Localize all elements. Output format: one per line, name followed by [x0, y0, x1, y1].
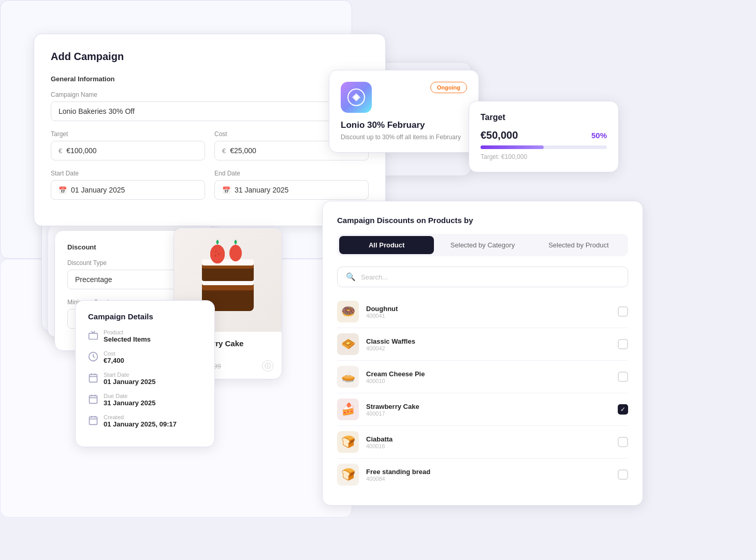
box-icon — [88, 330, 98, 341]
svg-point-21 — [210, 245, 225, 263]
product-info-button[interactable]: ⓘ — [262, 360, 273, 372]
product-tabs: All Product Selected by Category Selecte… — [337, 234, 628, 256]
tab-all-product[interactable]: All Product — [339, 236, 434, 254]
euro-icon-target: € — [59, 147, 62, 155]
product-list-info: Doughnut400041 — [366, 305, 610, 319]
created-icon — [88, 415, 98, 425]
list-item: 🍞Free standing bread400084 — [337, 459, 628, 491]
target-percentage: 50% — [591, 131, 607, 140]
product-list: 🍩Doughnut400041🧇Classic Waffles400042🥧Cr… — [337, 296, 628, 491]
start-date-label: Start Date — [51, 170, 205, 177]
product-list-info: Free standing bread400084 — [366, 468, 610, 482]
promo-card: Ongoing Lonio 30% February Discount up t… — [329, 70, 479, 153]
list-item: 🍩Doughnut400041 — [337, 296, 628, 328]
product-checkbox[interactable] — [618, 469, 628, 480]
search-icon: 🔍 — [346, 272, 356, 282]
product-list-id: 400041 — [366, 313, 610, 319]
promo-top: Ongoing — [341, 82, 467, 113]
detail-due-key: Due Date — [104, 393, 155, 399]
detail-cost-key: Cost — [104, 350, 124, 357]
product-list-name: Ciabatta — [366, 435, 610, 443]
product-checkbox[interactable]: ✓ — [618, 404, 628, 415]
product-search-box[interactable]: 🔍 Search... — [337, 267, 628, 287]
svg-point-25 — [215, 255, 216, 257]
target-value: €100,000 — [66, 146, 96, 155]
calendar-start-icon — [88, 373, 98, 383]
detail-created: Created 01 January 2025, 09:17 — [88, 414, 202, 428]
detail-created-info: Created 01 January 2025, 09:17 — [104, 414, 177, 428]
target-group: Target € €100,000 — [51, 130, 205, 160]
product-list-info: Ciabatta400016 — [366, 435, 610, 449]
product-list-id: 400084 — [366, 476, 610, 482]
target-amount: €50,000 — [481, 129, 518, 141]
detail-created-key: Created — [104, 414, 177, 420]
product-list-name: Doughnut — [366, 305, 610, 313]
product-thumbnail: 🍩 — [337, 301, 359, 322]
campaign-details-title: Campaign Details — [88, 312, 202, 321]
tab-selected-category[interactable]: Selected by Category — [435, 236, 530, 254]
svg-rect-2 — [90, 374, 97, 382]
target-sublabel: Target: €100,000 — [481, 153, 607, 160]
detail-cost-info: Cost €7,400 — [104, 350, 124, 364]
detail-due-val: 31 January 2025 — [104, 399, 155, 407]
svg-point-27 — [354, 95, 358, 99]
target-card: Target €50,000 50% Target: €100,000 — [469, 101, 619, 172]
general-info-label: General Information — [51, 75, 369, 83]
start-date-group: Start Date 📅 01 January 2025 — [51, 170, 205, 200]
product-checkbox[interactable] — [618, 372, 628, 382]
product-thumbnail: 🧇 — [337, 333, 359, 355]
campaign-name-input[interactable]: Lonio Bakeries 30% Off — [51, 101, 369, 121]
cost-icon — [88, 351, 98, 362]
product-thumbnail: 🍰 — [337, 399, 359, 420]
product-checkbox[interactable] — [618, 339, 628, 349]
tab-selected-product[interactable]: Selected by Product — [531, 236, 626, 254]
campaign-discounts-panel: Campaign Discounts on Products by All Pr… — [322, 201, 643, 506]
cost-value: €25,000 — [230, 146, 256, 155]
detail-product-info: Product Selected Items — [104, 329, 151, 343]
calendar-icon-end: 📅 — [222, 186, 230, 194]
discount-type-value: Precentage — [75, 275, 112, 284]
detail-created-val: 01 January 2025, 09:17 — [104, 420, 177, 428]
end-date-label: End Date — [214, 170, 369, 177]
promo-logo — [341, 82, 372, 113]
progress-bar-fill — [481, 145, 544, 149]
svg-rect-10 — [90, 417, 97, 424]
product-list-info: Classic Waffles400042 — [366, 337, 610, 351]
product-checkbox[interactable] — [618, 306, 628, 317]
product-list-info: Cream Cheese Pie400010 — [366, 370, 610, 384]
target-label: Target — [51, 130, 205, 138]
target-card-title: Target — [481, 113, 607, 122]
ongoing-badge: Ongoing — [430, 82, 467, 93]
promo-logo-icon — [347, 88, 366, 107]
svg-point-22 — [229, 245, 242, 261]
product-list-name: Cream Cheese Pie — [366, 370, 610, 378]
detail-product-val: Selected Items — [104, 335, 151, 343]
detail-product-key: Product — [104, 329, 151, 335]
target-cost-row: Target € €100,000 Cost € €25,000 — [51, 130, 369, 170]
product-list-name: Free standing bread — [366, 468, 610, 476]
detail-cost: Cost €7,400 — [88, 350, 202, 364]
detail-start-info: Start Date 01 January 2025 — [104, 372, 155, 386]
product-thumbnail: 🍞 — [337, 464, 359, 485]
end-date-input[interactable]: 📅 31 January 2025 — [214, 180, 369, 200]
start-date-value: 01 January 2025 — [71, 186, 125, 194]
target-input[interactable]: € €100,000 — [51, 141, 205, 160]
discounts-panel-title: Campaign Discounts on Products by — [337, 216, 628, 225]
product-list-id: 400042 — [366, 345, 610, 351]
product-list-id: 400010 — [366, 378, 610, 384]
calendar-due-icon — [88, 394, 98, 404]
promo-description: Discount up to 30% off all items in Febr… — [341, 134, 467, 141]
target-amount-row: €50,000 50% — [481, 129, 607, 141]
product-list-id: 400017 — [366, 410, 610, 417]
svg-rect-0 — [89, 333, 98, 340]
product-thumbnail: 🥧 — [337, 366, 359, 388]
detail-start: Start Date 01 January 2025 — [88, 372, 202, 386]
product-checkbox[interactable] — [618, 437, 628, 447]
list-item: 🧇Classic Waffles400042 — [337, 328, 628, 361]
campaign-details-card: Campaign Details Product Selected Items … — [75, 300, 215, 447]
product-list-id: 400016 — [366, 443, 610, 449]
product-list-name: Classic Waffles — [366, 337, 610, 345]
add-campaign-title: Add Campaign — [51, 51, 369, 63]
start-date-input[interactable]: 📅 01 January 2025 — [51, 180, 205, 200]
list-item: 🥧Cream Cheese Pie400010 — [337, 361, 628, 393]
